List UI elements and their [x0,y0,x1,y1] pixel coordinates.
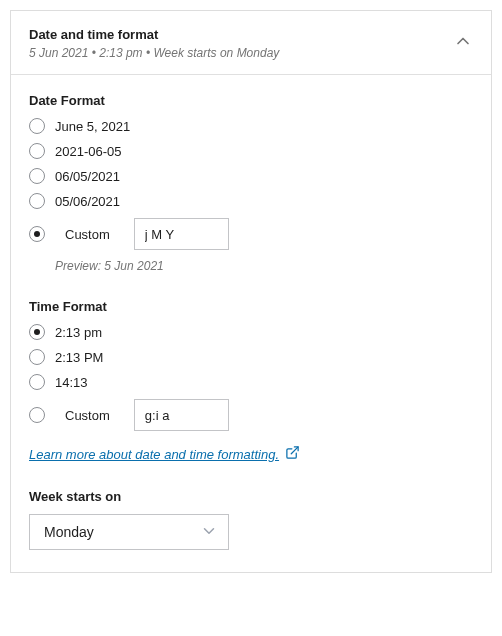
week-starts-select[interactable]: Monday [29,514,229,550]
radio-label: June 5, 2021 [55,119,130,134]
date-format-option-custom[interactable]: Custom [29,218,473,250]
chevron-up-icon[interactable] [453,31,473,54]
time-format-label: Time Format [29,299,473,314]
radio-label: 14:13 [55,375,88,390]
radio-label: Custom [65,408,110,423]
time-format-option-2[interactable]: 14:13 [29,374,473,390]
radio-icon [29,349,45,365]
learn-more-link[interactable]: Learn more about date and time formattin… [29,445,300,463]
radio-icon [29,193,45,209]
radio-label: Custom [65,227,110,242]
radio-icon [29,407,45,423]
select-value: Monday [44,524,94,540]
card-body: Date Format June 5, 2021 2021-06-05 06/0… [11,75,491,572]
link-text: Learn more about date and time formattin… [29,447,279,462]
date-format-label: Date Format [29,93,473,108]
svg-line-0 [291,447,298,454]
date-format-custom-input[interactable] [134,218,229,250]
date-format-group: June 5, 2021 2021-06-05 06/05/2021 05/06… [29,118,473,273]
date-time-format-card: Date and time format 5 Jun 2021 • 2:13 p… [10,10,492,573]
radio-icon [29,374,45,390]
radio-icon [29,226,45,242]
card-header[interactable]: Date and time format 5 Jun 2021 • 2:13 p… [11,11,491,74]
radio-label: 05/06/2021 [55,194,120,209]
time-format-option-0[interactable]: 2:13 pm [29,324,473,340]
date-format-preview: Preview: 5 Jun 2021 [55,259,473,273]
radio-label: 2:13 pm [55,325,102,340]
preview-value: 5 Jun 2021 [104,259,163,273]
radio-icon [29,324,45,340]
chevron-down-icon [200,522,218,543]
radio-icon [29,118,45,134]
radio-label: 2:13 PM [55,350,103,365]
week-starts-label: Week starts on [29,489,473,504]
external-link-icon [285,445,300,463]
time-format-custom-input[interactable] [134,399,229,431]
time-format-option-1[interactable]: 2:13 PM [29,349,473,365]
date-format-option-2[interactable]: 06/05/2021 [29,168,473,184]
radio-label: 06/05/2021 [55,169,120,184]
card-header-text: Date and time format 5 Jun 2021 • 2:13 p… [29,27,279,60]
radio-icon [29,143,45,159]
card-title: Date and time format [29,27,279,42]
date-format-option-1[interactable]: 2021-06-05 [29,143,473,159]
time-format-option-custom[interactable]: Custom [29,399,473,431]
date-format-option-3[interactable]: 05/06/2021 [29,193,473,209]
preview-prefix: Preview: [55,259,104,273]
date-format-option-0[interactable]: June 5, 2021 [29,118,473,134]
time-format-group: 2:13 pm 2:13 PM 14:13 Custom [29,324,473,431]
card-subtitle: 5 Jun 2021 • 2:13 pm • Week starts on Mo… [29,46,279,60]
radio-icon [29,168,45,184]
radio-label: 2021-06-05 [55,144,122,159]
